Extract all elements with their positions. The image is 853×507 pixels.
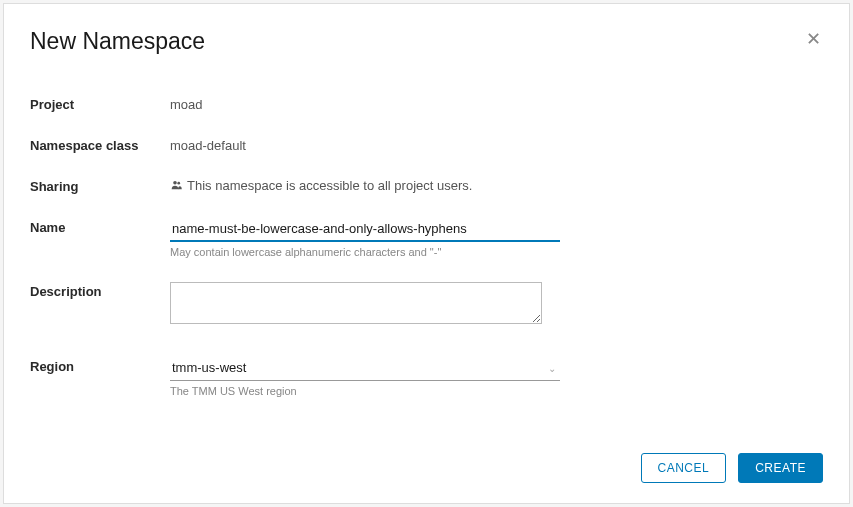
create-button[interactable]: CREATE [738,453,823,483]
region-select[interactable]: tmm-us-west [170,357,560,381]
row-sharing: Sharing This namespace is accessible to … [30,177,823,194]
row-namespace-class: Namespace class moad-default [30,136,823,153]
svg-point-1 [177,181,180,184]
sharing-text: This namespace is accessible to all proj… [187,178,472,193]
label-description: Description [30,282,170,299]
close-icon[interactable]: ✕ [804,28,823,50]
name-helper: May contain lowercase alphanumeric chara… [170,246,560,258]
users-icon [170,179,183,193]
region-helper: The TMM US West region [170,385,560,397]
label-region: Region [30,357,170,374]
label-namespace-class: Namespace class [30,136,170,153]
name-input[interactable] [170,218,560,242]
description-input[interactable] [170,282,542,324]
row-name: Name May contain lowercase alphanumeric … [30,218,823,258]
dialog-footer: CANCEL CREATE [641,453,823,483]
dialog-title: New Namespace [30,28,205,55]
row-region: Region tmm-us-west ⌄ The TMM US West reg… [30,357,823,397]
label-project: Project [30,95,170,112]
dialog-header: New Namespace ✕ [30,28,823,55]
label-name: Name [30,218,170,235]
label-sharing: Sharing [30,177,170,194]
row-project: Project moad [30,95,823,112]
cancel-button[interactable]: CANCEL [641,453,727,483]
value-namespace-class: moad-default [170,136,246,153]
svg-point-0 [173,180,177,184]
new-namespace-dialog: New Namespace ✕ Project moad Namespace c… [3,3,850,504]
row-description: Description [30,282,823,327]
value-sharing: This namespace is accessible to all proj… [170,177,472,193]
value-project: moad [170,95,203,112]
